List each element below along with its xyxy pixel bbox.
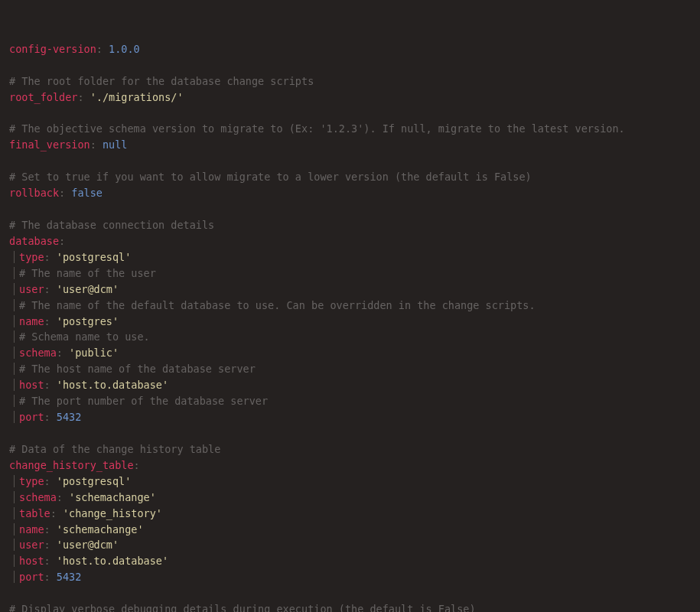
val-cht-host: 'host.to.database'	[57, 555, 168, 567]
comment-final: # The objective schema version to migrat…	[9, 122, 625, 135]
comment-db: # The database connection details	[9, 219, 214, 231]
comment-cht: # Data of the change history table	[9, 443, 220, 455]
val-db-user: 'user@dcm'	[57, 283, 119, 295]
comment-db-host: # The host name of the database server	[19, 363, 256, 375]
val-cht-user: 'user@dcm'	[57, 539, 119, 551]
key-final-version: final_version	[9, 138, 90, 151]
key-config-version: config-version	[9, 43, 96, 55]
comment-verbose: # Display verbose debugging details duri…	[9, 603, 476, 612]
comment-db-name: # The name of the default database to us…	[19, 299, 536, 311]
val-config-version: 1.0.0	[109, 43, 140, 55]
val-db-type: 'postgresql'	[57, 251, 132, 263]
val-db-name: 'postgres'	[57, 315, 119, 327]
key-db-type: type	[19, 251, 44, 263]
val-final-version: null	[103, 138, 128, 151]
key-cht-schema: schema	[19, 491, 57, 503]
key-database: database	[9, 235, 59, 247]
yaml-content: config-version: 1.0.0 # The root folder …	[9, 41, 691, 612]
key-root-folder: root_folder	[9, 91, 77, 103]
comment-db-schema: # Schema name to use.	[19, 330, 150, 343]
val-cht-schema: 'schemachange'	[69, 491, 156, 503]
val-db-host: 'host.to.database'	[57, 379, 168, 391]
key-cht-port: port	[19, 571, 44, 583]
key-db-port: port	[19, 411, 44, 423]
key-db-schema: schema	[19, 347, 57, 359]
key-db-user: user	[19, 283, 44, 295]
val-cht-table: 'change_history'	[63, 507, 162, 519]
val-root-folder: './migrations/'	[90, 91, 184, 103]
comment-db-port: # The port number of the database server	[19, 395, 268, 407]
val-rollback: false	[71, 187, 103, 199]
key-db-host: host	[19, 379, 44, 391]
key-cht: change_history_table	[9, 459, 134, 471]
key-cht-type: type	[19, 475, 44, 487]
key-cht-name: name	[19, 523, 44, 536]
val-cht-name: 'schemachange'	[57, 523, 144, 536]
val-db-schema: 'public'	[69, 347, 119, 359]
key-cht-user: user	[19, 539, 44, 551]
comment-db-user: # The name of the user	[19, 267, 156, 279]
val-cht-type: 'postgresql'	[57, 475, 132, 487]
key-db-name: name	[19, 315, 44, 327]
key-cht-table: table	[19, 507, 50, 519]
key-cht-host: host	[19, 555, 44, 567]
key-rollback: rollback	[9, 187, 59, 199]
val-cht-port: 5432	[57, 571, 82, 583]
comment-root: # The root folder for the database chang…	[9, 75, 314, 87]
comment-rollback: # Set to true if you want to allow migra…	[9, 171, 532, 183]
val-db-port: 5432	[57, 411, 82, 423]
